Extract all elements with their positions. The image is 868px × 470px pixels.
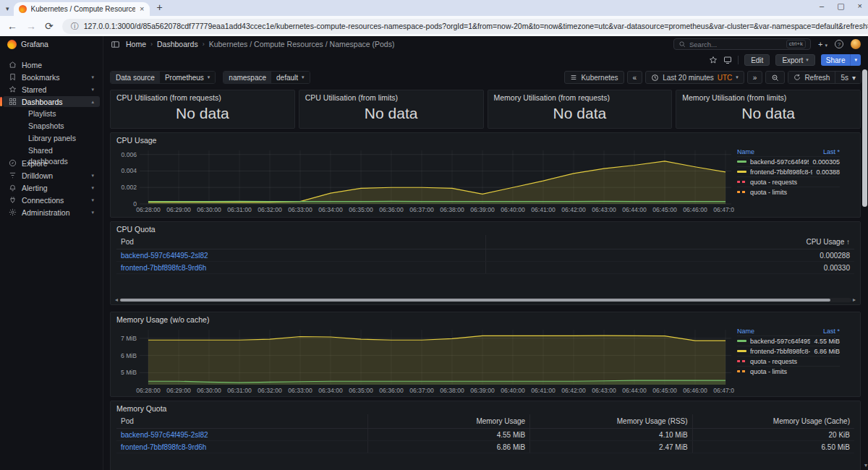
sidebar-item-starred[interactable]: Starred▾ — [3, 84, 100, 95]
legend-last-header[interactable]: Last * — [823, 148, 840, 155]
panel-title[interactable]: Memory Utilisation (from limits) — [676, 90, 860, 103]
series-name[interactable]: frontend-7bbf898fc8-9rd6h — [750, 168, 812, 176]
sidebar-subitem-shared-dashboards[interactable]: Shared dashboards — [3, 145, 100, 156]
series-name[interactable]: frontend-7bbf898fc8-9rd6h — [750, 348, 810, 355]
legend-row[interactable]: backend-597c64f495-2sl824.55 MiB — [737, 336, 840, 346]
sidebar-item-dashboards[interactable]: Dashboards▴ — [3, 96, 100, 107]
time-shift-forward-button[interactable]: » — [747, 71, 763, 84]
window-close-button[interactable]: × — [858, 1, 862, 11]
add-new-button[interactable]: + ▾ — [818, 40, 827, 48]
new-tab-button[interactable]: + — [157, 1, 163, 13]
legend-last-header[interactable]: Last * — [823, 328, 840, 335]
panel-title[interactable]: CPU Quota — [111, 222, 860, 235]
sidebar-subitem-playlists[interactable]: Playlists — [3, 108, 100, 119]
pod-link[interactable]: backend-597c64f495-2sl82 — [121, 431, 208, 439]
legend-row[interactable]: quota - requests — [737, 176, 840, 187]
window-restore-button[interactable]: ▢ — [837, 1, 844, 11]
time-range-picker[interactable]: Last 20 minutes UTC ▾ — [645, 71, 744, 84]
window-minimize-button[interactable]: – — [820, 1, 824, 11]
sidebar-item-administration[interactable]: Administration▾ — [3, 207, 100, 218]
sidebar-item-explore[interactable]: Explore — [3, 158, 100, 168]
kubernetes-links-button[interactable]: Kubernetes — [564, 71, 624, 84]
scroll-down-icon[interactable]: ▾ — [864, 462, 867, 469]
site-info-icon[interactable]: ⓘ — [71, 21, 79, 32]
column-header-memory-usage[interactable]: Memory Usage — [367, 414, 529, 428]
legend-row[interactable]: quota - limits — [737, 187, 840, 197]
column-header-memory-usage-rss-[interactable]: Memory Usage (RSS) — [529, 414, 692, 428]
url-bar[interactable]: ⓘ 127.0.0.1:3000/d/85a562078cdf77779eaa1… — [62, 19, 868, 34]
series-name[interactable]: quota - limits — [750, 189, 836, 196]
sidebar-subitem-library-panels[interactable]: Library panels — [3, 133, 100, 144]
vertical-scrollbar[interactable]: ▾ — [861, 68, 868, 470]
search-icon — [678, 40, 686, 48]
series-name[interactable]: quota - requests — [750, 358, 836, 365]
help-icon[interactable]: ? — [835, 40, 843, 48]
grafana-logo-icon[interactable] — [7, 40, 17, 49]
sidebar-item-alerting[interactable]: Alerting▾ — [3, 182, 100, 193]
legend-row[interactable]: backend-597c64f495-2sl820.000305 — [737, 156, 840, 166]
share-caret-icon[interactable]: ▾ — [850, 54, 861, 66]
legend-row[interactable]: quota - limits — [737, 366, 840, 376]
pod-link[interactable]: backend-597c64f495-2sl82 — [121, 252, 208, 260]
reload-button[interactable]: ⟳ — [45, 21, 54, 31]
scroll-right-icon[interactable]: ▸ — [853, 297, 856, 303]
export-button[interactable]: Export ▾ — [775, 54, 814, 66]
time-shift-back-button[interactable]: « — [627, 71, 643, 84]
panel-title[interactable]: CPU Utilisation (from limits) — [299, 90, 483, 103]
panel-title[interactable]: Memory Usage (w/o cache) — [111, 312, 860, 325]
legend-row[interactable]: frontend-7bbf898fc8-9rd6h0.00388 — [737, 166, 840, 176]
sidebar-subitem-snapshots[interactable]: Snapshots — [3, 121, 100, 132]
datasource-variable[interactable]: Data source Prometheus▾ — [110, 71, 216, 84]
favorite-star-icon[interactable] — [709, 56, 718, 64]
column-header-memory-usage-cache-[interactable]: Memory Usage (Cache) — [692, 414, 854, 428]
tab-search-icon[interactable]: ▾ — [6, 5, 9, 12]
horizontal-scrollbar[interactable]: ◂ ▸ — [115, 297, 856, 302]
search-input[interactable]: Search... ctrl+k — [673, 38, 811, 50]
breadcrumb-item[interactable]: Dashboards — [157, 40, 198, 48]
panel-title[interactable]: Memory Utilisation (from requests) — [488, 90, 672, 103]
sidebar-item-home[interactable]: Home — [3, 59, 100, 70]
legend-name-header[interactable]: Name — [737, 328, 754, 335]
legend-row[interactable]: frontend-7bbf898fc8-9rd6h6.86 MiB — [737, 346, 840, 356]
namespace-variable[interactable]: namespace default▾ — [223, 71, 310, 84]
tab-close-icon[interactable]: × — [140, 5, 144, 13]
column-header-cpu-usage[interactable]: CPU Usage ↑ — [485, 235, 854, 249]
pod-link[interactable]: frontend-7bbf898fc8-9rd6h — [121, 443, 206, 451]
legend-name-header[interactable]: Name — [737, 148, 754, 155]
browser-tab[interactable]: Kubernetes / Compute Resources / Namespa… — [14, 2, 150, 16]
legend-row[interactable]: quota - requests — [737, 356, 840, 366]
mega-menu-toggle-icon[interactable] — [111, 40, 120, 49]
namespace-value[interactable]: default▾ — [271, 72, 310, 83]
panel-title[interactable]: CPU Utilisation (from requests) — [111, 90, 294, 103]
column-header-pod[interactable]: Pod — [116, 417, 367, 425]
series-name[interactable]: backend-597c64f495-2sl82 — [750, 338, 810, 345]
panel-title[interactable]: Memory Quota — [111, 401, 860, 414]
share-button[interactable]: Share▾ — [821, 54, 861, 66]
refresh-button[interactable]: Refresh — [788, 72, 835, 83]
pod-link[interactable]: frontend-7bbf898fc8-9rd6h — [121, 264, 206, 272]
series-name[interactable]: backend-597c64f495-2sl82 — [750, 158, 809, 166]
datasource-value[interactable]: Prometheus▾ — [160, 72, 215, 83]
kiosk-mode-icon[interactable] — [723, 56, 732, 64]
column-header-pod[interactable]: Pod — [116, 238, 485, 246]
scrollbar-thumb[interactable] — [120, 299, 830, 302]
forward-button[interactable]: → — [26, 21, 36, 31]
cpu-usage-chart[interactable]: 06:28:0006:29:0006:30:0006:31:0006:32:00… — [114, 146, 734, 214]
user-avatar[interactable] — [851, 39, 861, 49]
sidebar-item-bookmarks[interactable]: Bookmarks▾ — [3, 72, 100, 82]
back-button[interactable]: ← — [7, 21, 17, 31]
memory-usage-chart[interactable]: 06:28:0006:29:0006:30:0006:31:0006:32:00… — [114, 325, 734, 395]
scrollbar-thumb[interactable] — [862, 69, 867, 207]
grid-icon — [9, 98, 17, 106]
panel-title[interactable]: CPU Usage — [111, 133, 860, 146]
refresh-interval-button[interactable]: 5s▾ — [835, 72, 861, 83]
scroll-left-icon[interactable]: ◂ — [115, 297, 118, 303]
sidebar-item-connections[interactable]: Connections▾ — [3, 195, 100, 205]
chevron-down-icon: ▾ — [91, 185, 94, 191]
sidebar-item-drilldown[interactable]: Drilldown▾ — [3, 170, 100, 181]
zoom-out-time-button[interactable] — [765, 71, 785, 84]
series-name[interactable]: quota - requests — [750, 179, 836, 186]
edit-button[interactable]: Edit — [744, 54, 770, 66]
series-name[interactable]: quota - limits — [750, 368, 836, 375]
breadcrumb-item[interactable]: Home — [126, 40, 146, 48]
